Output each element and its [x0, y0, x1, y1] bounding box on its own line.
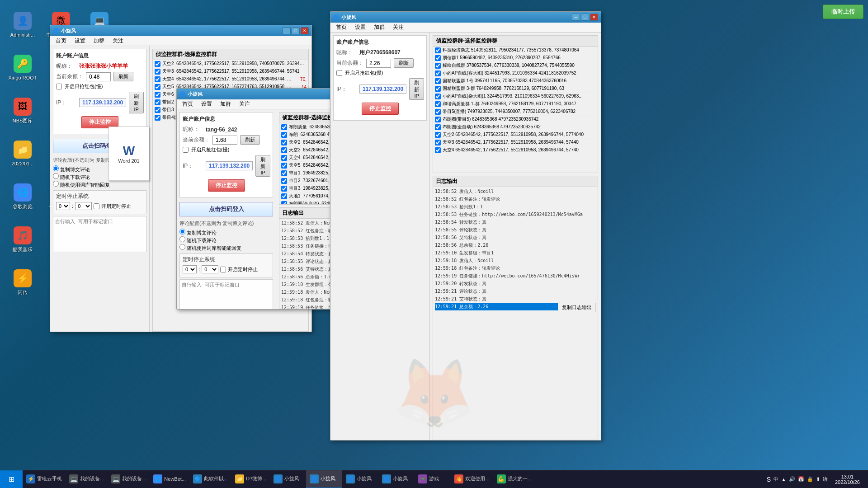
desktop-icon-nbs[interactable]: 🖼 NBS图库 [5, 90, 41, 131]
redpacket-checkbox-3[interactable] [336, 70, 342, 76]
taskbar-item-strong[interactable]: 💪 强大的一... [493, 470, 535, 488]
taskbar-item-game[interactable]: 🎮 游戏 [415, 470, 451, 488]
refresh-balance-btn-3[interactable]: 刷新 [394, 58, 414, 68]
monitor-check-2-7[interactable] [281, 178, 287, 184]
comment-radio-random-2[interactable] [179, 236, 185, 242]
stop-monitor-btn-2[interactable]: 停止监控 [208, 179, 245, 192]
monitor-check-2-9[interactable] [281, 193, 287, 199]
monitor-check-1-1[interactable] [155, 69, 160, 75]
refresh-balance-btn-1[interactable]: 刷新 [113, 72, 133, 81]
monitor-check-1-6[interactable] [155, 107, 160, 113]
word-thumbnail[interactable]: W Word 201 [108, 127, 149, 181]
menu-group-3[interactable]: 加群 [370, 23, 388, 32]
timer-enable-checkbox-1[interactable] [94, 203, 99, 209]
menu-group-2[interactable]: 加群 [217, 99, 235, 109]
menu-follow-3[interactable]: 关注 [389, 23, 407, 32]
monitor-check-3-2[interactable] [435, 63, 441, 69]
minimize-btn-3[interactable]: ─ [572, 14, 580, 21]
monitor-check-3-13[interactable] [435, 147, 441, 153]
taskbar-item-mydevice2[interactable]: 💻 我的设备... [108, 470, 150, 488]
close-btn-3[interactable]: ✕ [590, 14, 598, 21]
timer-min-select-1[interactable]: 0153045 [75, 202, 92, 210]
taskbar-item-thunder[interactable]: ⚡ 雷电云手机 [23, 470, 66, 488]
menu-home-1[interactable]: 首页 [52, 36, 70, 46]
taskbar-item-mydevice1[interactable]: 💻 我的设备... [66, 470, 108, 488]
timer-hour-select-1[interactable]: 012 [56, 202, 70, 210]
maximize-btn-3[interactable]: □ [581, 14, 589, 21]
scan-login-btn-2[interactable]: 点击扫码登入 [179, 202, 273, 216]
taskbar-item-software[interactable]: 🔷 此软件以... [189, 470, 231, 488]
desktop-icon-folder[interactable]: 📁 2022/01... [5, 133, 41, 174]
copy-log-btn-3[interactable]: 复制日志输出 [558, 303, 596, 312]
monitor-check-1-0[interactable] [155, 61, 160, 67]
monitor-check-1-3[interactable] [155, 84, 160, 90]
monitor-check-2-6[interactable] [281, 170, 287, 176]
taskbar-item-folder[interactable]: 📁 D:\微博... [231, 470, 270, 488]
monitor-check-1-5[interactable] [155, 99, 160, 105]
upload-button[interactable]: 临时上传 [823, 5, 863, 19]
taskbar-item-wind2[interactable]: 🌀 小旋风 [306, 470, 342, 488]
comment-radio-copy-2[interactable] [179, 229, 185, 235]
monitor-check-3-10[interactable] [435, 124, 441, 130]
monitor-check-1-7[interactable] [155, 115, 160, 121]
monitor-check-3-5[interactable] [435, 86, 441, 92]
desktop-icon-admin[interactable]: 👤 Administr... [5, 5, 41, 45]
monitor-check-2-5[interactable] [281, 163, 287, 169]
redpacket-checkbox-1[interactable] [56, 84, 62, 89]
desktop-icon-kuwo[interactable]: 🎵 酷我音乐 [5, 219, 41, 260]
balance-input-2[interactable] [212, 136, 237, 145]
stop-monitor-btn-3[interactable]: 停止监控 [362, 103, 399, 115]
menu-settings-2[interactable]: 设置 [198, 99, 216, 109]
refresh-balance-btn-2[interactable]: 刷新 [240, 135, 260, 145]
taskbar-item-wind3[interactable]: 🌀 小旋风 [342, 470, 378, 488]
balance-input-3[interactable] [366, 59, 391, 68]
monitor-check-2-0[interactable] [281, 124, 287, 130]
menu-follow-2[interactable]: 关注 [236, 99, 254, 109]
start-button[interactable]: ⊞ [0, 470, 23, 488]
monitor-check-2-1[interactable] [281, 132, 287, 138]
refresh-ip-btn-1[interactable]: 刷新IP [129, 92, 144, 113]
notes-textarea-1[interactable] [53, 216, 146, 252]
timer-min-select-2[interactable]: 01530 [202, 265, 218, 273]
monitor-check-2-2[interactable] [281, 140, 287, 145]
desktop-icon-xingo[interactable]: 🔑 Xingo ROOT [5, 47, 41, 88]
comment-radio-ai-1[interactable] [53, 181, 59, 187]
close-btn-1[interactable]: ✕ [301, 27, 309, 34]
notes-textarea-2[interactable] [179, 279, 273, 309]
monitor-check-2-4[interactable] [281, 155, 287, 161]
menu-settings-1[interactable]: 设置 [71, 36, 89, 46]
monitor-check-1-4[interactable] [155, 92, 160, 98]
monitor-check-2-8[interactable] [281, 186, 287, 192]
menu-settings-3[interactable]: 设置 [351, 23, 369, 32]
monitor-check-3-8[interactable] [435, 109, 441, 115]
minimize-btn-1[interactable]: ─ [283, 27, 291, 34]
comment-radio-random-1[interactable] [53, 173, 59, 179]
balance-input-1[interactable] [86, 72, 111, 81]
comment-radio-copy-1[interactable] [53, 165, 59, 171]
taskbar-item-wind4[interactable]: 🌀 小旋风 [378, 470, 415, 488]
monitor-check-3-1[interactable] [435, 55, 441, 61]
monitor-check-3-4[interactable] [435, 78, 441, 84]
maximize-btn-1[interactable]: □ [292, 27, 300, 34]
comment-radio-ai-2[interactable] [179, 244, 185, 250]
taskbar-item-newbet[interactable]: 🌐 NewBet... [150, 470, 189, 488]
monitor-check-3-11[interactable] [435, 132, 441, 138]
monitor-check-3-12[interactable] [435, 140, 441, 145]
menu-follow-1[interactable]: 关注 [109, 36, 127, 46]
refresh-ip-btn-2[interactable]: 刷新IP [255, 155, 270, 177]
desktop-icon-shine[interactable]: ⚡ 闪传 [5, 262, 41, 303]
menu-home-3[interactable]: 首页 [332, 23, 350, 32]
monitor-check-3-9[interactable] [435, 117, 441, 122]
monitor-check-1-2[interactable] [155, 76, 160, 82]
monitor-check-3-0[interactable] [435, 47, 441, 53]
taskbar-item-welcome[interactable]: 👋 欢迎使用... [451, 470, 493, 488]
monitor-check-3-3[interactable] [435, 70, 441, 76]
timer-hour-select-2[interactable]: 01 [183, 265, 197, 273]
refresh-ip-btn-3[interactable]: 刷新IP [409, 78, 424, 100]
menu-home-2[interactable]: 首页 [179, 99, 197, 109]
taskbar-item-wind1[interactable]: 🌀 小旋风 [270, 470, 306, 488]
redpacket-checkbox-2[interactable] [183, 147, 189, 153]
monitor-check-3-6[interactable] [435, 94, 441, 99]
menu-group-1[interactable]: 加群 [90, 36, 108, 46]
monitor-check-2-3[interactable] [281, 147, 287, 153]
